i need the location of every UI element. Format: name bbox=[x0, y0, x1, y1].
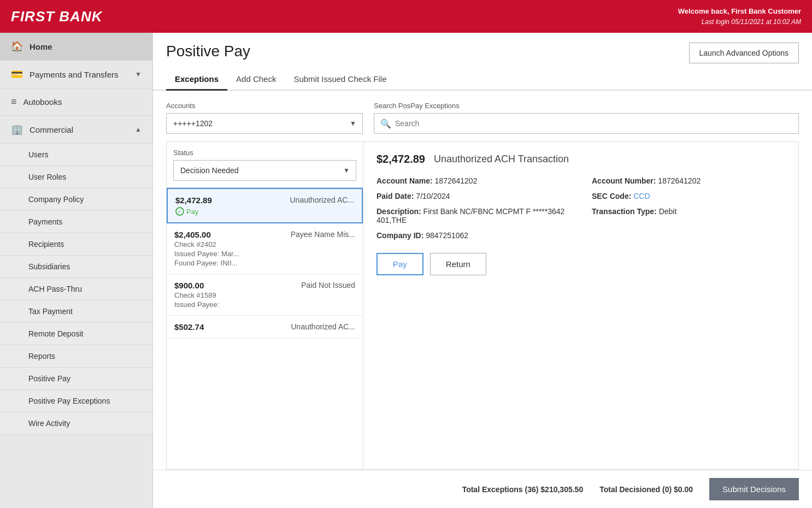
exception-type: Unauthorized AC... bbox=[290, 196, 354, 205]
sidebar: 🏠 Home 💳 Payments and Transfers ▼ ≡ Auto… bbox=[0, 33, 153, 508]
account-number-label: Account Number: bbox=[592, 176, 656, 185]
sec-code-label: SEC Code: bbox=[592, 192, 631, 200]
home-icon: 🏠 bbox=[11, 40, 23, 52]
sidebar-item-autobooks[interactable]: ≡ Autobooks bbox=[0, 88, 152, 116]
top-header: FIRST BANK Welcome back, First Bank Cust… bbox=[0, 0, 812, 33]
tabs-bar: Exceptions Add Check Submit Issued Check… bbox=[153, 69, 812, 91]
status-section: Status Decision Needed ▼ bbox=[167, 142, 363, 188]
exception-badge-label: Pay bbox=[186, 208, 198, 216]
tab-submit-issued-check-file[interactable]: Submit Issued Check File bbox=[285, 69, 395, 91]
total-decisioned-count: (0) bbox=[662, 485, 672, 494]
sidebar-item-remote-deposit-label: Remote Deposit bbox=[28, 329, 83, 338]
total-exceptions-count: (36) bbox=[525, 485, 539, 494]
sidebar-item-wire-activity-label: Wire Activity bbox=[28, 419, 70, 428]
company-id-label: Company ID: bbox=[376, 231, 423, 240]
sidebar-item-payments[interactable]: 💳 Payments and Transfers ▼ bbox=[0, 61, 152, 88]
total-decisioned-label: Total Decisioned bbox=[599, 485, 660, 494]
status-select[interactable]: Decision Needed bbox=[173, 160, 356, 181]
autobooks-icon: ≡ bbox=[11, 96, 17, 108]
sidebar-item-user-roles[interactable]: User Roles bbox=[0, 166, 152, 188]
filters-row: Accounts +++++1202 ▼ Search PosPay Excep… bbox=[166, 102, 799, 134]
total-exceptions-amount: $210,305.50 bbox=[540, 485, 583, 494]
sidebar-item-company-policy[interactable]: Company Policy bbox=[0, 188, 152, 211]
description-label: Description: bbox=[376, 207, 421, 216]
sec-code-value[interactable]: CCD bbox=[633, 192, 650, 200]
sidebar-item-subsidiaries[interactable]: Subsidiaries bbox=[0, 256, 152, 278]
search-input[interactable] bbox=[374, 113, 799, 134]
sidebar-item-reports-label: Reports bbox=[28, 352, 55, 361]
sidebar-item-subsidiaries-label: Subsidiaries bbox=[28, 262, 70, 271]
sidebar-item-users-label: Users bbox=[28, 150, 49, 159]
sidebar-item-wire-activity[interactable]: Wire Activity bbox=[0, 412, 152, 435]
exception-amount: $900.00 bbox=[174, 281, 204, 290]
detail-field-description: Description: First Bank NC/FBNC MCPMT F … bbox=[376, 207, 570, 225]
sidebar-item-company-policy-label: Company Policy bbox=[28, 195, 84, 204]
sidebar-item-positive-pay-exceptions[interactable]: Positive Pay Exceptions bbox=[0, 390, 152, 412]
tab-exceptions[interactable]: Exceptions bbox=[166, 69, 227, 91]
chevron-down-icon: ▼ bbox=[135, 70, 142, 78]
paid-date-label: Paid Date: bbox=[376, 192, 414, 200]
sidebar-item-ach-pass-thru[interactable]: ACH Pass-Thru bbox=[0, 278, 152, 300]
main-content: Positive Pay Launch Advanced Options Exc… bbox=[153, 33, 812, 508]
detail-field-account-number: Account Number: 1872641202 bbox=[592, 176, 785, 185]
exception-type: Payee Name Mis... bbox=[291, 230, 355, 239]
sidebar-item-remote-deposit[interactable]: Remote Deposit bbox=[0, 323, 152, 345]
total-exceptions-stat: Total Exceptions (36) $210,305.50 bbox=[462, 485, 584, 494]
sidebar-item-positive-pay-exceptions-label: Positive Pay Exceptions bbox=[28, 397, 110, 405]
sidebar-item-payments-label: Payments and Transfers bbox=[30, 70, 119, 79]
two-col-panel: Status Decision Needed ▼ $2,472.89 bbox=[166, 141, 799, 470]
accounts-label: Accounts bbox=[166, 102, 363, 110]
detail-field-paid-date: Paid Date: 7/10/2024 bbox=[376, 192, 570, 200]
launch-advanced-options-button[interactable]: Launch Advanced Options bbox=[689, 43, 799, 63]
left-panel: Status Decision Needed ▼ $2,472.89 bbox=[167, 142, 363, 469]
accounts-field: Accounts +++++1202 ▼ bbox=[166, 102, 363, 134]
exception-item[interactable]: $900.00 Paid Not Issued Check #1589 Issu… bbox=[167, 274, 363, 316]
detail-grid: Account Name: 1872641202 Account Number:… bbox=[376, 176, 785, 240]
last-login-text: Last login 05/11/2021 at 10:02 AM bbox=[678, 17, 801, 27]
total-decisioned-stat: Total Decisioned (0) $0.00 bbox=[599, 485, 693, 494]
sidebar-item-recipients-label: Recipients bbox=[28, 240, 64, 249]
sidebar-item-payments-sub[interactable]: Payments bbox=[0, 211, 152, 233]
content-area: Accounts +++++1202 ▼ Search PosPay Excep… bbox=[153, 91, 812, 470]
welcome-message: Welcome back, First Bank Customer bbox=[678, 6, 801, 17]
exceptions-list: $2,472.89 Unauthorized AC... ✓ Pay $ bbox=[167, 188, 363, 469]
sidebar-item-autobooks-label: Autobooks bbox=[23, 97, 62, 107]
sidebar-item-positive-pay[interactable]: Positive Pay bbox=[0, 368, 152, 390]
tab-add-check[interactable]: Add Check bbox=[227, 69, 285, 91]
brand-logo: FIRST BANK bbox=[11, 8, 102, 25]
sidebar-item-commercial[interactable]: 🏢 Commercial ▲ bbox=[0, 116, 152, 144]
chevron-up-icon: ▲ bbox=[135, 126, 142, 133]
sidebar-item-recipients[interactable]: Recipients bbox=[0, 233, 152, 256]
transaction-type-value: Debit bbox=[659, 207, 677, 216]
exception-amount: $502.74 bbox=[174, 322, 204, 332]
search-label: Search PosPay Exceptions bbox=[374, 102, 799, 110]
pay-badge-icon: ✓ bbox=[175, 207, 184, 216]
sidebar-item-home[interactable]: 🏠 Home bbox=[0, 33, 152, 61]
sidebar-item-user-roles-label: User Roles bbox=[28, 173, 66, 181]
return-button[interactable]: Return bbox=[430, 253, 486, 275]
status-label: Status bbox=[173, 149, 356, 157]
right-panel: $2,472.89 Unauthorized ACH Transaction A… bbox=[363, 142, 798, 469]
exception-item[interactable]: $502.74 Unauthorized AC... bbox=[167, 316, 363, 339]
sidebar-item-tax-payment[interactable]: Tax Payment bbox=[0, 300, 152, 323]
detail-amount: $2,472.89 bbox=[376, 153, 425, 166]
total-exceptions-label: Total Exceptions bbox=[462, 485, 523, 494]
exception-type: Paid Not Issued bbox=[301, 281, 355, 290]
exception-sub3: Found Payee: INII... bbox=[174, 259, 355, 267]
commercial-icon: 🏢 bbox=[11, 123, 23, 135]
sidebar-item-reports[interactable]: Reports bbox=[0, 345, 152, 368]
exception-sub2: Issued Payee: Mar... bbox=[174, 250, 355, 258]
exception-badge: ✓ Pay bbox=[175, 207, 198, 216]
submit-decisions-button[interactable]: Submit Decisions bbox=[709, 478, 799, 500]
exception-item[interactable]: $2,405.00 Payee Name Mis... Check #2402 … bbox=[167, 223, 363, 274]
sidebar-item-users[interactable]: Users bbox=[0, 144, 152, 166]
detail-field-transaction-type: Transaction Type: Debit bbox=[592, 207, 785, 225]
search-field: Search PosPay Exceptions 🔍 bbox=[374, 102, 799, 134]
pay-button[interactable]: Pay bbox=[376, 253, 423, 275]
detail-header: $2,472.89 Unauthorized ACH Transaction bbox=[376, 153, 785, 166]
detail-actions: Pay Return bbox=[376, 253, 785, 275]
exception-item[interactable]: $2,472.89 Unauthorized AC... ✓ Pay bbox=[167, 188, 363, 223]
paid-date-value: 7/10/2024 bbox=[416, 192, 450, 200]
exception-type: Unauthorized AC... bbox=[291, 322, 355, 332]
accounts-select[interactable]: +++++1202 bbox=[166, 113, 363, 134]
